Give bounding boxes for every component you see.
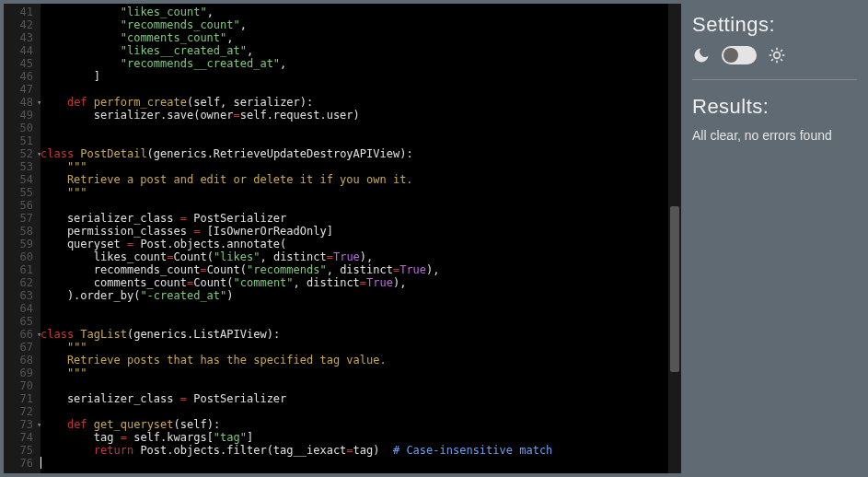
code-line[interactable] xyxy=(41,315,668,328)
line-number: 52 xyxy=(4,147,41,160)
code-line[interactable]: """ xyxy=(41,366,668,379)
line-number: 75 xyxy=(4,444,41,457)
code-line[interactable]: class PostDetail(generics.RetrieveUpdate… xyxy=(41,147,668,160)
theme-toggle-row xyxy=(692,46,857,64)
code-line[interactable]: """ xyxy=(41,341,668,354)
line-number: 45 xyxy=(4,57,41,70)
code-line[interactable]: tag = self.kwargs["tag"] xyxy=(41,431,668,444)
line-number-gutter: 4142434445464748495051525354555657585960… xyxy=(4,4,41,473)
settings-heading: Settings: xyxy=(692,13,857,37)
theme-toggle[interactable] xyxy=(722,46,757,64)
line-number: 49 xyxy=(4,109,41,122)
code-line[interactable]: recommends_count=Count("recommends", dis… xyxy=(41,263,668,276)
code-line[interactable]: def get_queryset(self): xyxy=(41,418,668,431)
code-line[interactable]: Retrieve a post and edit or delete it if… xyxy=(41,173,668,186)
line-number: 74 xyxy=(4,431,41,444)
line-number: 76 xyxy=(4,457,41,470)
line-number: 72 xyxy=(4,405,41,418)
code-line[interactable] xyxy=(41,134,668,147)
line-number: 57 xyxy=(4,212,41,225)
code-line[interactable]: "recommends__created_at", xyxy=(41,57,668,70)
code-line[interactable] xyxy=(41,457,668,470)
line-number: 58 xyxy=(4,225,41,238)
line-number: 68 xyxy=(4,354,41,366)
line-number: 50 xyxy=(4,122,41,134)
line-number: 47 xyxy=(4,83,41,96)
line-number: 65 xyxy=(4,315,41,328)
svg-line-7 xyxy=(771,59,773,61)
moon-icon xyxy=(692,46,711,64)
code-line[interactable]: likes_count=Count("likes", distinct=True… xyxy=(41,250,668,263)
code-line[interactable]: ).order_by("-created_at") xyxy=(41,289,668,302)
line-number: 60 xyxy=(4,250,41,263)
scrollbar-thumb[interactable] xyxy=(670,206,679,372)
line-number: 64 xyxy=(4,302,41,315)
code-line[interactable]: serializer_class = PostSerializer xyxy=(41,392,668,405)
code-line[interactable]: "likes_count", xyxy=(41,6,668,18)
code-line[interactable] xyxy=(41,199,668,212)
sun-icon xyxy=(768,46,786,64)
line-number: 43 xyxy=(4,31,41,44)
line-number: 41 xyxy=(4,6,41,18)
line-number: 73 xyxy=(4,418,41,431)
code-line[interactable]: "comments_count", xyxy=(41,31,668,44)
vertical-scrollbar[interactable] xyxy=(668,4,681,473)
code-line[interactable]: """ xyxy=(41,160,668,173)
line-number: 70 xyxy=(4,379,41,392)
line-number: 54 xyxy=(4,173,41,186)
line-number: 71 xyxy=(4,392,41,405)
line-number: 53 xyxy=(4,160,41,173)
line-number: 42 xyxy=(4,18,41,31)
line-number: 51 xyxy=(4,134,41,147)
line-number: 61 xyxy=(4,263,41,276)
code-line[interactable] xyxy=(41,379,668,392)
line-number: 67 xyxy=(4,341,41,354)
code-line[interactable]: permission_classes = [IsOwnerOrReadOnly] xyxy=(41,225,668,238)
text-cursor xyxy=(41,457,41,469)
code-line[interactable]: comments_count=Count("comment", distinct… xyxy=(41,276,668,289)
svg-line-8 xyxy=(781,50,782,52)
code-line[interactable]: class TagList(generics.ListAPIView): xyxy=(41,328,668,341)
line-number: 59 xyxy=(4,238,41,250)
code-line[interactable]: serializer_class = PostSerializer xyxy=(41,212,668,225)
line-number: 69 xyxy=(4,366,41,379)
line-number: 55 xyxy=(4,186,41,199)
code-line[interactable] xyxy=(41,83,668,96)
code-line[interactable]: """ xyxy=(41,186,668,199)
line-number: 56 xyxy=(4,199,41,212)
code-line[interactable]: return Post.objects.filter(tag__iexact=t… xyxy=(41,444,668,457)
svg-line-6 xyxy=(781,59,782,61)
code-line[interactable]: queryset = Post.objects.annotate( xyxy=(41,238,668,250)
line-number: 62 xyxy=(4,276,41,289)
code-editor[interactable]: 4142434445464748495051525354555657585960… xyxy=(4,4,681,473)
code-line[interactable] xyxy=(41,122,668,134)
code-line[interactable]: def perform_create(self, serializer): xyxy=(41,96,668,109)
line-number: 44 xyxy=(4,44,41,57)
results-heading: Results: xyxy=(692,95,857,119)
line-number: 46 xyxy=(4,70,41,83)
divider xyxy=(692,79,857,80)
line-number: 63 xyxy=(4,289,41,302)
line-number: 66 xyxy=(4,328,41,341)
code-line[interactable]: Retrieve posts that has the specified ta… xyxy=(41,354,668,366)
svg-line-5 xyxy=(771,50,773,52)
toggle-knob xyxy=(723,48,738,63)
code-line[interactable] xyxy=(41,302,668,315)
code-area[interactable]: "likes_count", "recommends_count", "comm… xyxy=(41,4,668,473)
code-line[interactable]: "recommends_count", xyxy=(41,18,668,31)
editor-pane: 4142434445464748495051525354555657585960… xyxy=(0,0,681,477)
side-panel: Settings: Results: All clear, no errors … xyxy=(681,0,868,477)
svg-point-0 xyxy=(774,52,781,59)
line-number: 48 xyxy=(4,96,41,109)
code-line[interactable]: ] xyxy=(41,70,668,83)
code-line[interactable] xyxy=(41,405,668,418)
code-line[interactable]: serializer.save(owner=self.request.user) xyxy=(41,109,668,122)
results-message: All clear, no errors found xyxy=(692,128,857,143)
code-line[interactable]: "likes__created_at", xyxy=(41,44,668,57)
